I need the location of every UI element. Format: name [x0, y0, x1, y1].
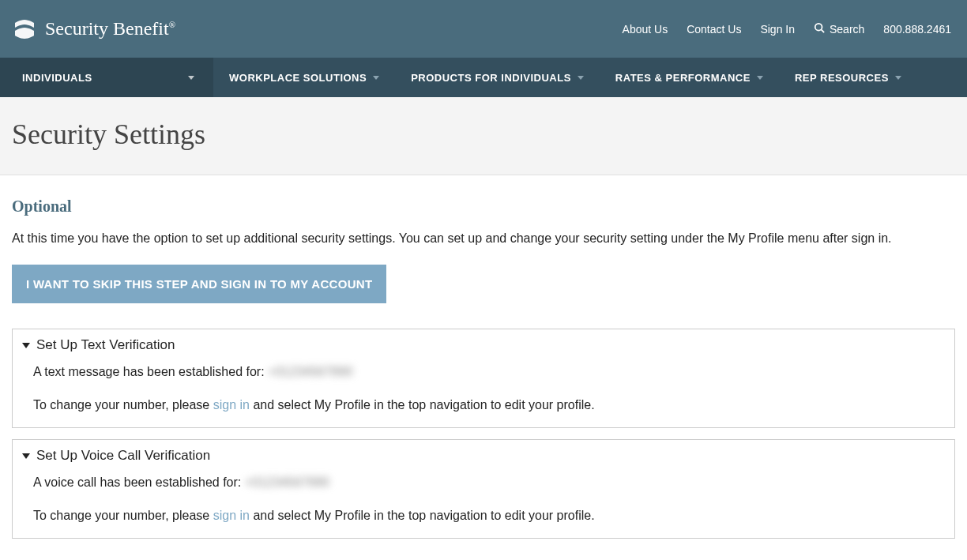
change-instructions: To change your number, please sign in an…: [33, 506, 945, 525]
nav-bar: INDIVIDUALS WORKPLACE SOLUTIONS PRODUCTS…: [0, 58, 967, 97]
voice-verification-toggle[interactable]: Set Up Voice Call Verification: [22, 448, 945, 464]
text-verification-body: A text message has been established for:…: [22, 363, 945, 415]
chevron-down-icon: [757, 76, 763, 80]
top-header: Security Benefit® About Us Contact Us Si…: [0, 0, 967, 58]
search-label: Search: [830, 23, 864, 36]
phone-link[interactable]: 800.888.2461: [883, 23, 951, 36]
skip-button[interactable]: I WANT TO SKIP THIS STEP AND SIGN IN TO …: [12, 265, 386, 303]
nav-individuals-label: INDIVIDUALS: [22, 72, 92, 84]
chevron-down-icon: [895, 76, 901, 80]
svg-line-1: [822, 30, 825, 33]
caret-down-icon: [22, 453, 30, 459]
content: Optional At this time you have the optio…: [0, 175, 967, 560]
top-links: About Us Contact Us Sign In Search 800.8…: [623, 22, 951, 36]
nav-item-label: PRODUCTS FOR INDIVIDUALS: [411, 72, 571, 84]
optional-heading: Optional: [12, 197, 955, 216]
description-text: At this time you have the option to set …: [12, 230, 955, 247]
svg-point-0: [815, 24, 822, 31]
text-verification-panel: Set Up Text Verification A text message …: [12, 329, 955, 428]
nav-item-label: REP RESOURCES: [795, 72, 889, 84]
page-title: Security Settings: [12, 118, 955, 151]
chevron-down-icon: [578, 76, 584, 80]
signin-inline-link[interactable]: sign in: [213, 398, 250, 412]
page-header: Security Settings: [0, 97, 967, 175]
masked-phone: +01234567890: [245, 475, 329, 489]
change-instructions: To change your number, please sign in an…: [33, 396, 945, 415]
voice-verification-body: A voice call has been established for: +…: [22, 473, 945, 525]
search-link[interactable]: Search: [814, 22, 864, 36]
chevron-down-icon: [373, 76, 379, 80]
panel-title: Set Up Text Verification: [36, 337, 175, 353]
established-text: A text message has been established for:…: [33, 363, 945, 381]
nav-rates-performance[interactable]: RATES & PERFORMANCE: [600, 58, 779, 97]
search-icon: [814, 22, 825, 36]
nav-items: WORKPLACE SOLUTIONS PRODUCTS FOR INDIVID…: [213, 58, 917, 97]
established-text: A voice call has been established for: +…: [33, 473, 945, 492]
nav-individuals-dropdown[interactable]: INDIVIDUALS: [0, 58, 213, 97]
nav-item-label: WORKPLACE SOLUTIONS: [229, 72, 367, 84]
contact-link[interactable]: Contact Us: [687, 23, 741, 36]
nav-products-individuals[interactable]: PRODUCTS FOR INDIVIDUALS: [395, 58, 600, 97]
brand-name: Security Benefit®: [45, 18, 175, 39]
logo[interactable]: Security Benefit®: [12, 17, 175, 42]
nav-rep-resources[interactable]: REP RESOURCES: [779, 58, 917, 97]
chevron-down-icon: [188, 76, 194, 80]
panel-title: Set Up Voice Call Verification: [36, 448, 210, 464]
logo-icon: [12, 17, 37, 42]
voice-verification-panel: Set Up Voice Call Verification A voice c…: [12, 439, 955, 539]
signin-inline-link[interactable]: sign in: [213, 509, 250, 522]
nav-workplace-solutions[interactable]: WORKPLACE SOLUTIONS: [213, 58, 395, 97]
signin-link[interactable]: Sign In: [760, 23, 795, 36]
masked-phone: +01234567890: [268, 365, 352, 378]
about-link[interactable]: About Us: [623, 23, 668, 36]
caret-down-icon: [22, 343, 30, 348]
text-verification-toggle[interactable]: Set Up Text Verification: [22, 337, 945, 353]
nav-item-label: RATES & PERFORMANCE: [615, 72, 751, 84]
